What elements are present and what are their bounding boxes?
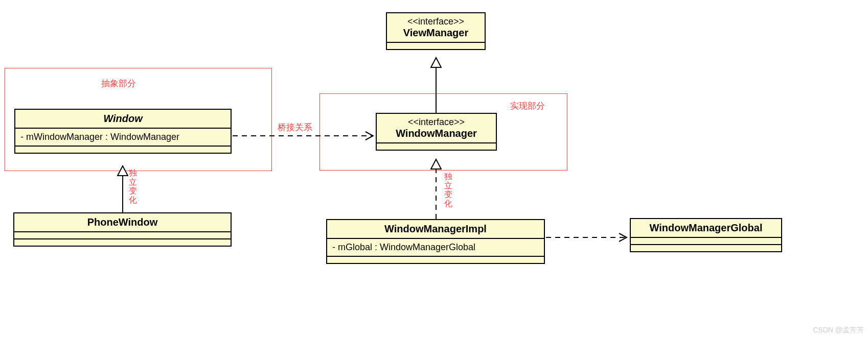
- viewmanager-name: ViewManager: [392, 27, 479, 39]
- window-member: - mWindowManager : WindowManager: [15, 128, 231, 146]
- phonewindow-empty-section-2: [14, 238, 231, 246]
- independent-label-left: 独立变化: [129, 168, 137, 204]
- windowmanagerimpl-member: - mGlobal : WindowManagerGlobal: [327, 238, 544, 256]
- viewmanager-stereotype: <<interface>>: [392, 16, 479, 27]
- window-class: Window - mWindowManager : WindowManager: [14, 109, 232, 154]
- windowmanagerimpl-name: WindowManagerImpl: [332, 223, 539, 235]
- windowmanager-stereotype: <<interface>>: [382, 117, 491, 128]
- abstract-region-label: 抽象部分: [101, 78, 136, 89]
- windowmanagerimpl-empty-section: [327, 256, 544, 263]
- viewmanager-interface: <<interface>> ViewManager: [386, 12, 486, 50]
- phonewindow-class: PhoneWindow: [13, 212, 232, 247]
- windowmanagerglobal-class: WindowManagerGlobal: [630, 218, 782, 252]
- window-name: Window: [20, 113, 225, 125]
- bridge-label: 桥接关系: [278, 122, 312, 133]
- windowmanager-name: WindowManager: [382, 128, 491, 139]
- watermark: CSDN @孟芳芳: [813, 326, 864, 335]
- windowmanagerimpl-class: WindowManagerImpl - mGlobal : WindowMana…: [326, 219, 545, 264]
- windowmanager-interface: <<interface>> WindowManager: [376, 113, 497, 151]
- independent-label-right: 独立变化: [444, 172, 452, 208]
- windowmanagerglobal-empty-section-1: [631, 237, 781, 244]
- viewmanager-empty-section: [387, 42, 485, 49]
- window-empty-section: [15, 146, 231, 153]
- phonewindow-empty-section-1: [14, 231, 231, 238]
- windowmanager-empty-section: [377, 142, 496, 150]
- phonewindow-name: PhoneWindow: [19, 216, 225, 228]
- windowmanagerglobal-empty-section-2: [631, 244, 781, 251]
- implement-region-label: 实现部分: [510, 100, 545, 112]
- windowmanagerglobal-name: WindowManagerGlobal: [636, 222, 776, 234]
